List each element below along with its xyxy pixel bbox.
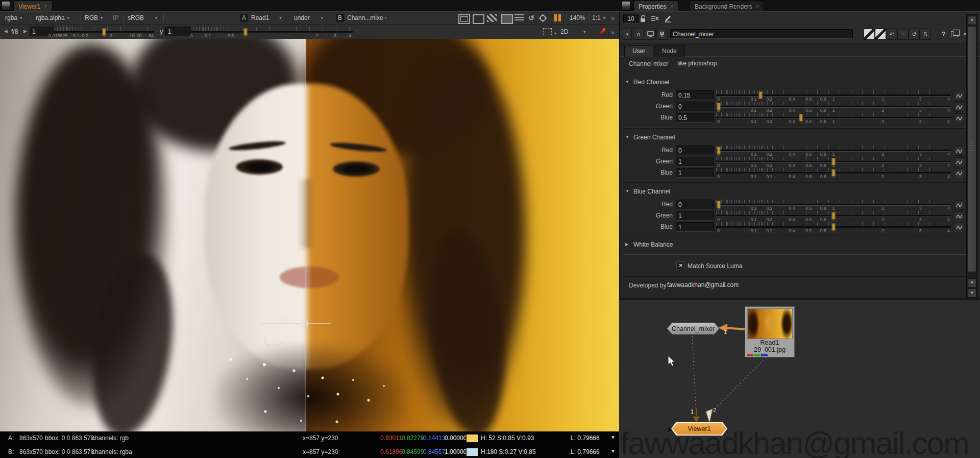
prev-icon[interactable]: ◀ [4, 29, 8, 34]
view-mode-select[interactable]: 2D ▾ [560, 27, 585, 36]
wrench-icon[interactable] [656, 29, 668, 40]
value-input[interactable] [676, 200, 714, 209]
slider-handle[interactable] [832, 223, 836, 231]
animation-curve-button[interactable] [954, 200, 964, 210]
collapse-panel-icon[interactable]: ▼ [623, 29, 632, 40]
knob-slider[interactable]: 00.10.20.40.60.81234 [716, 112, 951, 124]
value-input[interactable] [676, 113, 714, 123]
knob-slider[interactable]: 00.10.20.40.60.81234 [716, 210, 951, 222]
node-read1[interactable]: Read1 29_001.jpg [745, 306, 795, 357]
match-source-luma-checkbox[interactable]: × [676, 261, 685, 270]
expand-status-icon[interactable]: ▼ [610, 435, 616, 440]
gamma-slider-handle[interactable] [243, 28, 247, 36]
node-name-input[interactable] [670, 29, 853, 39]
scrollbar-thumb[interactable] [968, 26, 976, 272]
animation-curve-button[interactable] [954, 168, 964, 178]
collapse-toolbar-button[interactable]: » [612, 28, 615, 37]
checkerboard-icon[interactable] [487, 14, 497, 22]
help-icon[interactable]: ? [942, 31, 945, 38]
knob-slider[interactable]: 00.10.20.40.60.81234 [716, 90, 951, 101]
knob-sl ider[interactable]: 00.10.20.40.60.81234 [716, 199, 951, 210]
node-color-icon[interactable]: o [633, 29, 644, 40]
animation-curve-button[interactable] [954, 91, 964, 101]
slider-handle[interactable] [832, 158, 836, 165]
slider-handle[interactable] [832, 212, 836, 220]
layer-select[interactable]: rgba ▾ [5, 13, 22, 22]
float-panel-icon[interactable] [951, 31, 958, 37]
node-graph-pane[interactable]: fawwaadkhan@gmail.com Channel_mixer 1 Re… [619, 300, 980, 458]
fg-color-swatch[interactable] [864, 29, 875, 40]
frame-display-icon[interactable] [458, 14, 470, 24]
lock-panels-icon[interactable] [640, 14, 647, 23]
roi-marquee-icon[interactable] [543, 28, 552, 35]
gamma-slider[interactable]: 00.10.51234 [190, 26, 353, 37]
refresh-icon[interactable]: ↺ [526, 14, 536, 22]
pause-button[interactable] [554, 14, 564, 22]
gain-label[interactable]: f/8 [11, 28, 18, 35]
input-b-select[interactable]: Chann...mixe × [347, 13, 387, 22]
script-button[interactable]: S [920, 29, 931, 40]
collapse-group-icon[interactable]: ▼ [625, 135, 629, 139]
properties-scrollbar[interactable]: ▼ ▼ ▼ [966, 14, 978, 299]
value-input[interactable] [676, 102, 714, 111]
animation-curve-button[interactable] [954, 146, 964, 156]
knob-slider[interactable]: 00.10.20.40.60.81234 [716, 167, 951, 179]
animation-curve-button[interactable] [954, 102, 964, 112]
gamma-input[interactable] [165, 27, 191, 36]
edit-pencil-icon[interactable] [664, 14, 672, 23]
value-input[interactable] [676, 211, 714, 221]
tab-close-icon[interactable]: × [670, 4, 673, 9]
pixel-aspect-select[interactable]: 1:1 ▾ [592, 13, 605, 22]
input-process-toggle[interactable]: IP [113, 13, 118, 22]
next-icon[interactable]: ▶ [23, 29, 27, 34]
expand-status-icon[interactable]: ▼ [610, 448, 616, 454]
wipe-mode-select[interactable]: under ▾ [294, 13, 323, 22]
wipe-center-handle[interactable] [302, 321, 308, 326]
alpha-layer-select[interactable]: rgba.alpha ▾ [36, 13, 69, 22]
tab-background-renders[interactable]: Background Renders × [690, 1, 764, 12]
viewer-canvas[interactable] [0, 39, 619, 431]
collapse-toolbar-button[interactable]: » [612, 13, 615, 22]
viewer-lut-select[interactable]: sRGB ▾ [128, 13, 157, 22]
animation-curve-button[interactable] [954, 113, 964, 123]
collapse-group-icon[interactable]: ▼ [625, 80, 629, 84]
tab-close-icon[interactable]: × [44, 4, 47, 9]
value-input[interactable] [676, 168, 714, 178]
slider-handle[interactable] [832, 169, 836, 177]
overlay-icon[interactable] [501, 14, 513, 24]
tab-close-icon[interactable]: × [756, 4, 759, 9]
tab-user[interactable]: User [624, 45, 653, 57]
gamma-label[interactable]: y [160, 28, 163, 35]
value-input[interactable] [676, 146, 714, 155]
value-input[interactable] [676, 222, 714, 232]
tab-viewer1[interactable]: Viewer1 × [13, 1, 53, 12]
knob-slider[interactable]: 00.10.20.40.60.81234 [716, 101, 951, 112]
slider-handle[interactable] [717, 201, 720, 208]
revert-icon[interactable]: ↺ [909, 29, 920, 40]
slider-handle[interactable] [799, 114, 802, 122]
animation-curve-button[interactable] [954, 157, 964, 167]
gain-slider-handle[interactable] [103, 28, 106, 36]
animation-curve-button[interactable] [954, 211, 964, 221]
knob-slider[interactable]: 00.10.20.40.60.81234 [716, 145, 951, 156]
roi-icon[interactable] [538, 14, 548, 22]
display-channels-select[interactable]: RGB ▾ [85, 13, 103, 22]
knob-slider[interactable]: 00.10.20.40.60.81234 [716, 222, 951, 233]
scroll-down-icon[interactable]: ▼ [968, 288, 976, 298]
gain-slider[interactable]: 0.0156250.10.212102064 [54, 26, 154, 37]
tab-properties[interactable]: Properties × [633, 1, 678, 12]
redo-icon[interactable]: ↷ [897, 29, 909, 40]
format-mask-icon[interactable] [473, 14, 484, 24]
max-panels-input[interactable] [623, 14, 639, 23]
slider-handle[interactable] [717, 147, 720, 154]
clear-panels-icon[interactable] [651, 14, 659, 23]
animation-curve-button[interactable] [954, 223, 964, 232]
input-a-select[interactable]: Read1 ▾ [251, 13, 281, 22]
slider-handle[interactable] [717, 103, 720, 110]
tab-node[interactable]: Node [654, 45, 685, 57]
monitor-icon[interactable] [645, 29, 656, 40]
close-icon[interactable]: × [384, 15, 387, 20]
scroll-up-icon[interactable]: ▼ [968, 278, 976, 287]
undo-icon[interactable]: ↶ [886, 29, 897, 40]
paint-brush-icon[interactable] [599, 28, 606, 35]
